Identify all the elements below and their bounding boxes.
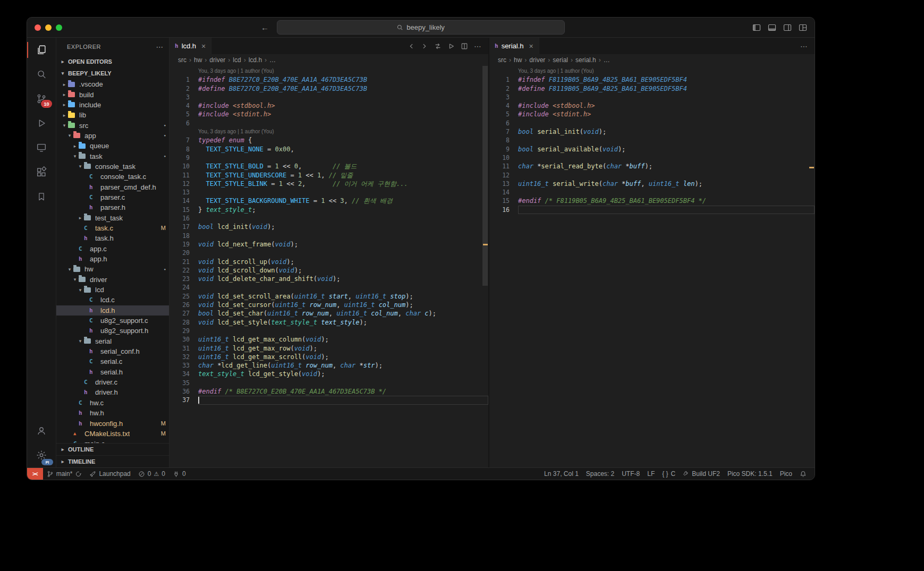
tree-item-build[interactable]: ▸build <box>56 89 169 99</box>
code-area[interactable]: You, 3 days ago | 1 author (You)1#ifndef… <box>489 66 815 467</box>
tree-item-console_task[interactable]: ▾console_task <box>56 161 169 172</box>
extensions-activity-button[interactable] <box>27 160 56 184</box>
code-line[interactable]: 4#include <stdbool.h> <box>169 101 488 110</box>
codelens-line[interactable]: You, 3 days ago | 1 author (You) <box>169 127 488 136</box>
tree-item-parser.h[interactable]: hparser.h <box>56 202 169 212</box>
code-line[interactable]: 35 <box>169 379 488 387</box>
close-window-button[interactable] <box>35 24 41 31</box>
code-line[interactable]: 7bool serial_init(void); <box>489 127 815 136</box>
settings-button[interactable]: PI <box>27 443 56 467</box>
tree-item-serial[interactable]: ▾serial <box>56 336 169 346</box>
tree-item-task.c[interactable]: Ctask.cM <box>56 223 169 233</box>
run-file-icon[interactable] <box>447 42 455 50</box>
code-line[interactable]: 2#define F8119B05_B6A9_4B25_BA61_BE905ED… <box>489 84 815 93</box>
tree-item-CMakeLists.txt[interactable]: ▲CMakeLists.txtM <box>56 429 169 439</box>
code-line[interactable]: 5#include <stdint.h> <box>489 110 815 118</box>
bookmarks-activity-button[interactable] <box>27 184 56 209</box>
tree-item-app[interactable]: ▾app● <box>56 131 169 141</box>
code-line[interactable]: 19void lcd_next_frame(void); <box>169 240 488 249</box>
breadcrumb-item[interactable]: driver <box>209 56 225 64</box>
code-line[interactable]: 27bool lcd_set_char(uint16_t row_num, ui… <box>169 309 488 318</box>
code-line[interactable]: 12 <box>489 171 815 180</box>
code-line[interactable]: 12 TEXT_STYLE_BLINK = 1 << 2, // 이거 어케 구… <box>169 180 488 188</box>
eol-button[interactable]: LF <box>643 468 658 480</box>
tree-item-hwconfig.h[interactable]: hhwconfig.hM <box>56 418 169 428</box>
tree-item-test_task[interactable]: ▸test_task <box>56 212 169 223</box>
tree-item-task.h[interactable]: htask.h <box>56 233 169 243</box>
build-uf2-button[interactable]: Build UF2 <box>679 468 724 480</box>
code-line[interactable]: 14 <box>489 188 815 197</box>
code-line[interactable]: 15} text_style_t; <box>169 206 488 214</box>
code-line[interactable]: 2#define B8E727C0_E20B_470E_AA1A_467D3EA… <box>169 84 488 93</box>
tree-item-serial_conf.h[interactable]: hserial_conf.h <box>56 346 169 356</box>
tree-item-parser.c[interactable]: Cparser.c <box>56 192 169 202</box>
breadcrumb[interactable]: src›hw›driver›lcd›lcd.h›… <box>169 54 488 66</box>
toggle-secondary-sidebar-icon[interactable] <box>783 23 792 32</box>
code-line[interactable]: 30uint16_t lcd_get_max_column(void); <box>169 335 488 344</box>
tree-item-hw.h[interactable]: hhw.h <box>56 408 169 418</box>
breadcrumb-item[interactable]: serial <box>553 56 568 64</box>
code-line[interactable]: 23void lcd_delete_char_and_shift(void); <box>169 275 488 283</box>
code-line[interactable]: 6 <box>489 119 815 127</box>
code-line[interactable]: 13 <box>169 188 488 197</box>
tree-item-lcd.h[interactable]: hlcd.h <box>56 305 169 316</box>
code-area[interactable]: You, 3 days ago | 1 author (You)1#ifndef… <box>169 66 488 467</box>
code-line[interactable]: 1#ifndef B8E727C0_E20B_470E_AA1A_467D3EA… <box>169 75 488 84</box>
breadcrumb-item[interactable]: hw <box>514 56 522 64</box>
breadcrumb-item[interactable]: lcd.h <box>249 56 262 64</box>
tree-item-console_task.c[interactable]: Cconsole_task.c <box>56 172 169 182</box>
open-editors-section[interactable]: ▸ OPEN EDITORS <box>56 56 169 67</box>
code-line[interactable]: 21void lcd_scroll_up(void); <box>169 258 488 266</box>
code-line[interactable]: 24 <box>169 283 488 292</box>
tree-item-main.c[interactable]: Cmain.c <box>56 439 169 443</box>
code-line[interactable]: 34text_style_t lcd_get_style(void); <box>169 370 488 378</box>
cursor-position-button[interactable]: Ln 37, Col 1 <box>540 468 582 480</box>
source-control-activity-button[interactable]: 10 <box>27 87 56 111</box>
tree-item-driver.h[interactable]: hdriver.h <box>56 387 169 397</box>
code-line[interactable]: 17bool lcd_init(void); <box>169 223 488 231</box>
code-line[interactable]: 1#ifndef F8119B05_B6A9_4B25_BA61_BE905ED… <box>489 75 815 84</box>
tree-item-queue[interactable]: ▸queue <box>56 141 169 151</box>
ports-button[interactable]: 0 <box>169 468 190 480</box>
editor-scrollbar[interactable] <box>482 66 488 286</box>
code-line[interactable]: 11 TEXT_STYLE_UNDERSCORE = 1 << 1, // 밑줄 <box>169 171 488 180</box>
code-line[interactable]: 36#endif /* B8E727C0_E20B_470E_AA1A_467D… <box>169 387 488 396</box>
code-line[interactable]: 11char *serial_read_byte(char *buff); <box>489 162 815 171</box>
open-changes-icon[interactable] <box>434 42 442 50</box>
code-line[interactable]: 32uint16_t lcd_get_max_scroll(void); <box>169 353 488 361</box>
code-line[interactable]: 26void lcd_set_cursor(uint16_t row_num, … <box>169 301 488 309</box>
encoding-button[interactable]: UTF-8 <box>618 468 643 480</box>
tree-item-hw[interactable]: ▾hw● <box>56 264 169 274</box>
breadcrumb-item[interactable]: src <box>178 56 187 64</box>
tree-item-lcd[interactable]: ▾lcd <box>56 285 169 295</box>
tree-item-serial.h[interactable]: hserial.h <box>56 367 169 377</box>
code-line[interactable]: 4#include <stdbool.h> <box>489 101 815 110</box>
code-line[interactable]: 8 TEXT_STYLE_NONE = 0x00, <box>169 145 488 154</box>
breadcrumb-item[interactable]: driver <box>529 56 545 64</box>
code-line[interactable]: 13uint16_t serial_write(char *buff, uint… <box>489 180 815 188</box>
breadcrumb[interactable]: src›hw›driver›serial›serial.h›… <box>489 54 815 66</box>
next-change-icon[interactable] <box>421 42 428 50</box>
code-line[interactable]: 3 <box>169 93 488 101</box>
code-line[interactable]: 8 <box>489 136 815 144</box>
tree-item-lcd.c[interactable]: Clcd.c <box>56 295 169 305</box>
code-line[interactable]: 37 <box>169 396 488 404</box>
code-line[interactable]: 6 <box>169 119 488 127</box>
codelens-line[interactable]: You, 3 days ago | 1 author (You) <box>489 67 815 75</box>
breadcrumb-item[interactable]: serial.h <box>575 56 596 64</box>
language-mode-button[interactable]: { } C <box>658 468 679 480</box>
notifications-button[interactable] <box>796 468 810 480</box>
codelens-line[interactable]: You, 3 days ago | 1 author (You) <box>169 67 488 75</box>
tree-item-src[interactable]: ▾src● <box>56 120 169 130</box>
code-line[interactable]: 31uint16_t lcd_get_max_row(void); <box>169 344 488 353</box>
accounts-button[interactable] <box>27 419 56 443</box>
code-line[interactable]: 25void lcd_set_scroll_area(uint16_t star… <box>169 292 488 301</box>
breadcrumb-item[interactable]: src <box>498 56 506 64</box>
code-line[interactable]: 14 TEXT_STYLE_BACKGROUND_WHITE = 1 << 3,… <box>169 197 488 205</box>
code-line[interactable]: 9bool serial_available(void); <box>489 145 815 154</box>
search-activity-button[interactable] <box>27 62 56 87</box>
tree-item-include[interactable]: ▸include <box>56 100 169 110</box>
tree-item-u8g2_support.c[interactable]: Cu8g2_support.c <box>56 316 169 326</box>
breadcrumb-item[interactable]: … <box>604 56 610 64</box>
problems-button[interactable]: 0 ⚠ 0 <box>134 468 169 480</box>
